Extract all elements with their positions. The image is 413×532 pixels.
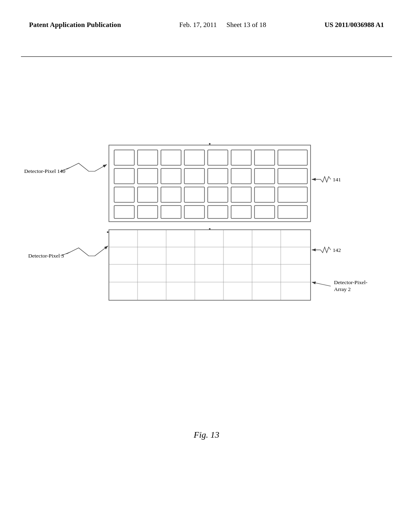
svg-rect-20 — [184, 187, 204, 202]
svg-rect-30 — [231, 206, 251, 218]
sheet-number: Sheet 13 of 18 — [226, 21, 266, 29]
label-detector-pixel-140: Detector-Pixel 140 — [24, 168, 65, 174]
svg-rect-6 — [231, 150, 251, 165]
label-141: 141 — [333, 177, 341, 183]
svg-rect-3 — [161, 150, 181, 165]
svg-rect-9 — [114, 168, 134, 184]
svg-rect-24 — [278, 187, 307, 202]
svg-rect-19 — [161, 187, 181, 202]
svg-line-49 — [312, 282, 331, 286]
publication-date: Feb. 17, 2011 — [179, 21, 217, 29]
svg-rect-28 — [184, 206, 204, 218]
label-detector-pixel-array-2: Detector-Pixel- — [334, 279, 367, 285]
svg-rect-22 — [231, 187, 251, 202]
publication-title: Patent Application Publication — [29, 21, 121, 29]
svg-line-46 — [95, 246, 108, 256]
svg-rect-26 — [138, 206, 158, 218]
svg-rect-17 — [114, 187, 134, 202]
svg-rect-15 — [254, 168, 275, 184]
svg-rect-7 — [254, 150, 275, 165]
svg-rect-25 — [114, 206, 134, 218]
page-header: Patent Application Publication Feb. 17, … — [0, 21, 413, 29]
svg-rect-21 — [208, 187, 228, 202]
svg-rect-5 — [208, 150, 228, 165]
svg-rect-13 — [208, 168, 228, 184]
svg-rect-10 — [138, 168, 158, 184]
label-detector-pixel-array-2b: Array 2 — [334, 286, 351, 292]
svg-rect-1 — [114, 150, 134, 165]
svg-rect-8 — [278, 150, 307, 165]
svg-rect-29 — [208, 206, 228, 218]
svg-line-45 — [95, 164, 107, 171]
svg-rect-11 — [161, 168, 181, 184]
svg-point-51 — [209, 228, 211, 230]
figure-caption: Fig. 13 — [194, 430, 219, 440]
svg-rect-14 — [231, 168, 251, 184]
label-detector-pixel-3: Detector-Pixel 3 — [28, 253, 64, 259]
header-center: Feb. 17, 2011 Sheet 13 of 18 — [179, 21, 267, 29]
svg-rect-32 — [278, 206, 307, 218]
svg-rect-12 — [184, 168, 204, 184]
svg-rect-2 — [138, 150, 158, 165]
svg-point-44 — [107, 231, 108, 233]
svg-rect-4 — [184, 150, 204, 165]
svg-rect-18 — [138, 187, 158, 202]
svg-rect-23 — [254, 187, 275, 202]
patent-number: US 2011/0036988 A1 — [325, 21, 384, 29]
svg-rect-27 — [161, 206, 181, 218]
svg-rect-31 — [254, 206, 275, 218]
svg-point-43 — [209, 143, 211, 145]
header-divider — [21, 56, 392, 57]
diagram-svg: Detector-Pixel 140 Detector-Pixel 3 141 … — [0, 133, 413, 395]
svg-rect-33 — [109, 230, 311, 300]
svg-rect-16 — [278, 168, 307, 184]
label-142: 142 — [333, 247, 341, 253]
